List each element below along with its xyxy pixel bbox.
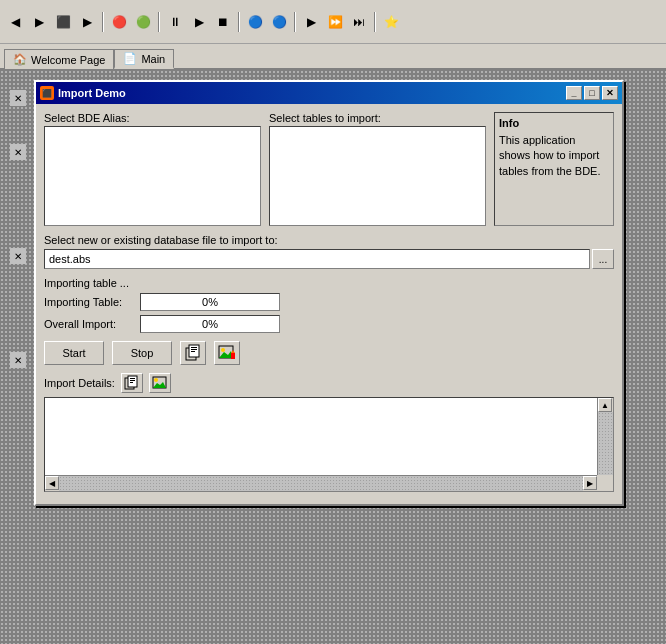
tab-welcome[interactable]: 🏠 Welcome Page: [4, 49, 114, 69]
overall-import-label: Overall Import:: [44, 318, 134, 330]
separator-1: [102, 12, 104, 32]
toolbar-btn-13[interactable]: ⏩: [324, 11, 346, 33]
separator-3: [238, 12, 240, 32]
details-copy-button[interactable]: [121, 373, 143, 393]
svg-marker-7: [219, 351, 233, 358]
tables-listbox[interactable]: [269, 126, 486, 226]
toolbar-btn-3[interactable]: ⬛: [52, 11, 74, 33]
image-icon-button[interactable]: [214, 341, 240, 365]
main-area: ✕ ✕ ✕ ✕ ⬛ Import Demo _ □ ✕: [0, 70, 666, 644]
toolbar-btn-14[interactable]: ⏭: [348, 11, 370, 33]
svg-rect-3: [191, 349, 197, 350]
toolbar-btn-9[interactable]: ⏹: [212, 11, 234, 33]
toolbar: ◀ ▶ ⬛ ▶ 🔴 🟢 ⏸ ▶ ⏹ 🔵 🔵 ▶ ⏩ ⏭ ⭐: [0, 0, 666, 44]
toolbar-btn-11[interactable]: 🔵: [268, 11, 290, 33]
tab-main-label: Main: [141, 53, 165, 65]
toolbar-btn-7[interactable]: ⏸: [164, 11, 186, 33]
close-button[interactable]: ✕: [602, 86, 618, 100]
dialog-title-text: Import Demo: [58, 87, 126, 99]
tables-label: Select tables to import:: [269, 112, 486, 124]
bde-alias-listbox[interactable]: [44, 126, 261, 226]
scrollbar-corner: [597, 475, 613, 491]
svg-marker-16: [153, 382, 166, 388]
stop-button[interactable]: Stop: [112, 341, 172, 365]
details-section: Import Details:: [44, 373, 614, 492]
svg-rect-13: [130, 380, 135, 381]
svg-point-6: [221, 348, 225, 352]
importing-table-label: Importing Table:: [44, 296, 134, 308]
scroll-left-arrow[interactable]: ◀: [45, 476, 59, 490]
scroll-h-track[interactable]: [59, 476, 583, 491]
scroll-right-arrow[interactable]: ▶: [583, 476, 597, 490]
toolbar-btn-10[interactable]: 🔵: [244, 11, 266, 33]
welcome-tab-icon: 🏠: [13, 53, 27, 66]
dialog-body: Select BDE Alias: Select tables to impor…: [36, 104, 622, 504]
svg-rect-4: [191, 351, 195, 352]
details-image-button[interactable]: [149, 373, 171, 393]
separator-4: [294, 12, 296, 32]
image-icon: [218, 344, 236, 362]
info-panel: Info This application shows how to impor…: [494, 112, 614, 226]
main-tab-icon: 📄: [123, 52, 137, 65]
dialog-controls: _ □ ✕: [566, 86, 618, 100]
dialog-title-left: ⬛ Import Demo: [40, 86, 126, 100]
bde-alias-label: Select BDE Alias:: [44, 112, 261, 124]
browse-button[interactable]: ...: [592, 249, 614, 269]
db-section: Select new or existing database file to …: [44, 234, 614, 269]
db-input-row: ...: [44, 249, 614, 269]
left-icon-2[interactable]: ✕: [10, 144, 26, 160]
scroll-up-arrow[interactable]: ▲: [598, 398, 612, 412]
horizontal-scrollbar[interactable]: ◀ ▶: [45, 475, 597, 491]
toolbar-btn-15[interactable]: ⭐: [380, 11, 402, 33]
left-icon-1[interactable]: ✕: [10, 90, 26, 106]
progress-section: Importing table ... Importing Table: 0% …: [44, 277, 614, 333]
separator-5: [374, 12, 376, 32]
left-icon-3[interactable]: ✕: [10, 248, 26, 264]
details-label: Import Details:: [44, 377, 115, 389]
toolbar-btn-2[interactable]: ▶: [28, 11, 50, 33]
svg-rect-2: [191, 347, 197, 348]
importing-table-bar: 0%: [140, 293, 280, 311]
details-memo[interactable]: ▲ ▼ ◀ ▶: [44, 397, 614, 492]
button-row: Start Stop: [44, 341, 614, 365]
minimize-button[interactable]: _: [566, 86, 582, 100]
db-file-input[interactable]: [44, 249, 590, 269]
svg-marker-9: [231, 350, 235, 353]
db-label: Select new or existing database file to …: [44, 234, 614, 246]
svg-rect-12: [130, 378, 135, 379]
maximize-button[interactable]: □: [584, 86, 600, 100]
bde-alias-group: Select BDE Alias:: [44, 112, 261, 226]
copy-icon-button[interactable]: [180, 341, 206, 365]
toolbar-btn-5[interactable]: 🔴: [108, 11, 130, 33]
details-image-icon: [152, 375, 168, 391]
toolbar-btn-6[interactable]: 🟢: [132, 11, 154, 33]
toolbar-btn-12[interactable]: ▶: [300, 11, 322, 33]
scroll-v-track[interactable]: [598, 412, 613, 477]
importing-table-row: Importing Table: 0%: [44, 293, 614, 311]
details-copy-icon: [124, 375, 140, 391]
svg-rect-11: [128, 376, 137, 387]
toolbar-btn-8[interactable]: ▶: [188, 11, 210, 33]
overall-import-row: Overall Import: 0%: [44, 315, 614, 333]
tab-bar: 🏠 Welcome Page 📄 Main: [0, 44, 666, 70]
svg-point-17: [154, 378, 158, 382]
left-icon-4[interactable]: ✕: [10, 352, 26, 368]
tables-group: Select tables to import:: [269, 112, 486, 226]
svg-rect-14: [130, 382, 133, 383]
left-icons: ✕ ✕ ✕ ✕: [10, 90, 30, 368]
separator-2: [158, 12, 160, 32]
overall-import-value: 0%: [202, 318, 218, 330]
details-header: Import Details:: [44, 373, 614, 393]
toolbar-btn-1[interactable]: ◀: [4, 11, 26, 33]
tab-main[interactable]: 📄 Main: [114, 49, 174, 69]
dialog-titlebar: ⬛ Import Demo _ □ ✕: [36, 82, 622, 104]
select-row: Select BDE Alias: Select tables to impor…: [44, 112, 614, 226]
tab-welcome-label: Welcome Page: [31, 54, 105, 66]
toolbar-btn-4[interactable]: ▶: [76, 11, 98, 33]
info-title: Info: [499, 117, 609, 129]
svg-rect-8: [231, 353, 235, 359]
dialog-title-icon: ⬛: [40, 86, 54, 100]
importing-table-value: 0%: [202, 296, 218, 308]
importing-label: Importing table ...: [44, 277, 614, 289]
start-button[interactable]: Start: [44, 341, 104, 365]
